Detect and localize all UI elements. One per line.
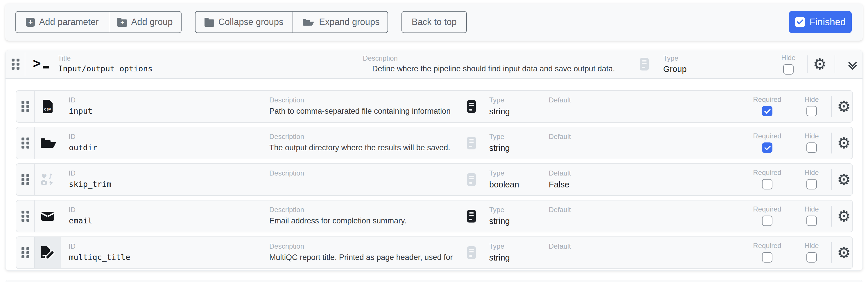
terminal-icon: > [32,58,49,69]
id-label: ID [68,133,75,140]
description-label: Description [269,206,304,213]
divider [831,206,832,226]
param-description-value[interactable]: MultiQC report title. Printed as page he… [269,253,467,262]
next-section-peek [5,280,863,282]
required-checkbox[interactable] [762,179,772,189]
required-column: Required [747,133,787,153]
help-text-icon[interactable] [467,100,476,113]
grip-vertical-icon [22,138,29,148]
param-description-value[interactable]: The output directory where the results w… [269,143,467,152]
gear-icon[interactable] [812,56,827,72]
add-group-label: Add group [131,17,173,27]
required-label: Required [753,133,781,140]
help-text-icon[interactable] [467,137,476,149]
hide-checkbox[interactable] [806,142,817,153]
param-id-value[interactable]: skip_trim [69,180,111,189]
schema-group-card: > Title Input/output options Description… [5,50,863,271]
hide-checkbox[interactable] [783,64,794,75]
finished-button[interactable]: Finished [789,11,852,33]
gear-icon[interactable] [837,172,851,188]
gear-icon[interactable] [837,208,851,224]
group-title-value[interactable]: Input/output options [58,64,153,73]
default-label: Default [549,133,571,140]
required-label: Required [753,96,781,103]
group-description-value[interactable]: Define where the pipeline should find in… [372,64,615,73]
add-parameter-button[interactable]: Add parameter [16,11,109,33]
row-drag-handle[interactable] [16,201,35,232]
required-checkbox[interactable] [762,106,772,116]
param-icon-cell[interactable] [35,127,61,159]
group-header-row: > Title Input/output options Description… [5,50,863,79]
hide-label: Hide [781,54,795,61]
type-label: Type [489,243,504,250]
gear-icon[interactable] [837,98,851,115]
parameter-row: ♥♪ ID skip_trim Description Type boolean… [16,163,853,196]
id-label: ID [68,170,75,177]
row-drag-handle[interactable] [16,91,35,122]
row-drag-handle[interactable] [16,164,35,195]
folder-plus-icon [117,20,127,27]
param-type-value[interactable]: string [489,106,510,117]
hide-checkbox[interactable] [806,179,817,189]
param-id-value[interactable]: email [69,216,92,225]
required-checkbox[interactable] [762,252,772,262]
back-to-top-button[interactable]: Back to top [401,11,467,33]
add-group-button[interactable]: Add group [109,11,182,33]
row-drag-handle[interactable] [16,237,35,268]
hide-checkbox[interactable] [806,216,817,226]
folder-open-icon [303,18,313,26]
required-checkbox[interactable] [762,142,772,153]
folder-open-icon [41,138,55,148]
default-label: Default [549,206,571,213]
gear-icon[interactable] [837,245,851,261]
help-text-icon[interactable] [467,246,476,259]
param-id-value[interactable]: outdir [69,143,97,152]
schema-toolbar: Add parameter Add group Collapse groups … [5,3,863,41]
divider [831,96,832,117]
type-label: Type [663,55,678,62]
required-column: Required [747,169,787,189]
help-text-icon[interactable] [640,58,649,71]
row-drag-handle[interactable] [16,127,35,159]
grip-vertical-icon [22,247,29,258]
grip-vertical-icon[interactable] [11,59,20,70]
param-icon-cell[interactable]: ♥♪ [35,164,61,195]
file-csv-icon: CSV [43,100,53,113]
hide-column: Hide [797,133,826,153]
expand-groups-button[interactable]: Expand groups [293,11,388,33]
double-chevron-down-icon[interactable] [849,60,856,69]
param-icon-cell[interactable] [35,237,61,268]
required-column: Required [747,96,787,116]
collapse-groups-button[interactable]: Collapse groups [195,11,293,33]
collapse-groups-label: Collapse groups [218,17,283,27]
param-type-value[interactable]: boolean [489,180,519,190]
type-label: Type [489,97,504,104]
hide-checkbox[interactable] [806,252,817,262]
param-id-value[interactable]: multiqc_title [69,253,130,262]
check-square-icon [795,17,805,27]
param-icon-cell[interactable] [35,201,61,232]
param-icon-cell[interactable]: CSV [35,91,61,122]
hide-column: Hide [797,169,826,189]
title-label: Title [58,55,70,62]
param-type-value[interactable]: string [489,253,510,263]
param-type-value[interactable]: string [489,216,510,226]
parameter-row: ID outdir Description The output directo… [16,127,853,159]
param-type-value[interactable]: string [489,143,510,153]
required-label: Required [753,242,781,249]
param-description-value[interactable]: Path to comma-separated file containing … [269,106,467,116]
default-label: Default [549,97,571,104]
add-button-group: Add parameter Add group [16,11,182,33]
group-type-value[interactable]: Group [663,64,687,74]
help-text-icon[interactable] [467,173,476,186]
param-id-value[interactable]: input [69,106,92,116]
gear-icon[interactable] [837,135,851,151]
help-text-icon[interactable] [467,210,476,222]
divider [807,56,808,73]
required-checkbox[interactable] [762,216,772,226]
hide-checkbox[interactable] [806,106,817,116]
param-default-value[interactable]: False [549,180,569,190]
param-description-value[interactable]: Email address for completion summary. [269,216,467,225]
add-parameter-label: Add parameter [39,17,98,27]
hide-column: Hide [797,206,826,226]
